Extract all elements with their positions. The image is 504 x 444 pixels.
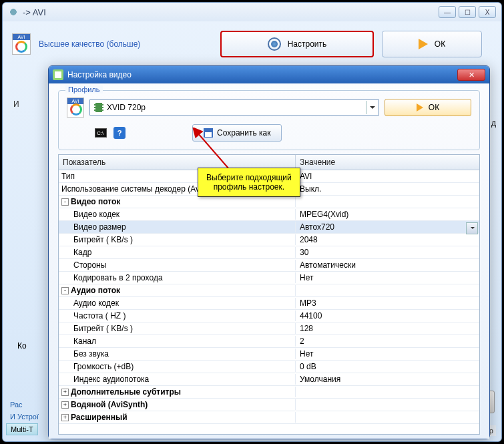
table-row[interactable]: +Расширенный — [59, 411, 479, 424]
minimize-button[interactable]: — — [439, 6, 456, 18]
row-value: Нет — [296, 349, 479, 359]
table-row[interactable]: Битрейт ( KB/s )2048 — [59, 234, 479, 246]
window-title: -> AVI — [23, 7, 439, 17]
annotation-tooltip: Выберите подходящий профиль настроек. — [198, 168, 300, 197]
row-key: Кадр — [73, 248, 91, 257]
grid-body[interactable]: ТипAVIИспользование системы декодер (Avi… — [59, 170, 479, 434]
row-key: Кодировать в 2 прохода — [73, 273, 163, 282]
configure-button-label: Настроить — [288, 39, 327, 49]
row-key: Канал — [73, 337, 96, 346]
background-left-fragments: И — [13, 99, 49, 149]
table-row[interactable]: Канал2 — [59, 335, 479, 348]
row-value — [296, 417, 479, 418]
film-icon — [94, 103, 103, 112]
row-key: Битрейт ( KB/s ) — [73, 324, 133, 333]
row-value: 128 — [296, 323, 479, 334]
row-value: Нет — [296, 272, 479, 283]
row-value: 44100 — [296, 310, 479, 321]
table-row[interactable]: Громкость (+dB)0 dB — [59, 361, 479, 373]
table-row[interactable]: Без звукаНет — [59, 348, 479, 361]
tree-toggle-icon[interactable]: + — [61, 401, 69, 409]
row-key: Стороны — [73, 260, 106, 270]
profile-value: XVID 720p — [107, 103, 146, 112]
row-value: AVI — [296, 171, 479, 182]
row-value: 30 — [296, 247, 479, 258]
row-value: MPEG4(Xvid) — [296, 209, 479, 220]
dialog-ok-label: ОК — [429, 103, 439, 112]
save-as-button[interactable]: Сохранить как — [192, 124, 282, 142]
tree-toggle-icon[interactable]: - — [61, 198, 69, 206]
multi-task-tab[interactable]: Multi-T — [6, 423, 38, 435]
table-row[interactable]: Кодировать в 2 проходаНет — [59, 272, 479, 284]
row-value: MP3 — [296, 298, 479, 308]
dialog-ok-button[interactable]: ОК — [385, 99, 471, 116]
save-as-label: Сохранить как — [217, 128, 270, 138]
close-button[interactable]: X — [479, 6, 496, 18]
configure-button[interactable]: Настроить — [220, 31, 374, 57]
row-key: Битрейт ( KB/s ) — [73, 235, 133, 244]
row-key: Видео размер — [73, 222, 126, 232]
row-value[interactable]: Автох720 — [296, 222, 479, 232]
dialog-title: Настройка видео — [67, 70, 457, 79]
table-row[interactable]: -Аудио поток — [59, 284, 479, 297]
row-value: 2 — [296, 336, 479, 347]
row-value: Умолчания — [296, 374, 479, 385]
row-value: Автоматически — [296, 260, 479, 270]
row-key: Громкость (+dB) — [73, 362, 134, 371]
top-toolbar: Высшее качество (больше) Настроить ОК — [12, 27, 492, 61]
maximize-button[interactable]: ☐ — [459, 6, 476, 18]
main-titlebar: -> AVI — ☐ X — [3, 3, 501, 21]
row-key: Аудио поток — [71, 286, 120, 295]
ok-button-main[interactable]: ОК — [382, 31, 482, 57]
table-row[interactable]: СтороныАвтоматически — [59, 259, 479, 272]
ok-button-label: ОК — [435, 39, 445, 49]
row-key: Видео кодек — [73, 210, 119, 219]
row-key: Индекс аудиопотока — [73, 375, 149, 384]
table-row[interactable]: Видео размерАвтох720 — [59, 221, 479, 234]
floppy-icon — [204, 128, 213, 138]
table-row[interactable]: +Дополнительные субтитры — [59, 386, 479, 399]
table-row[interactable]: Видео кодекMPEG4(Xvid) — [59, 208, 479, 221]
profile-select[interactable]: XVID 720p — [89, 99, 379, 116]
video-settings-dialog: Настройка видео Профиль XVID 720p ОК ? — [48, 65, 490, 439]
row-value: Выкл. — [296, 184, 479, 194]
cmd-icon[interactable] — [95, 128, 107, 138]
profile-legend: Профиль — [65, 85, 103, 93]
table-row[interactable]: Кадр30 — [59, 246, 479, 259]
row-key: Видео поток — [71, 197, 120, 206]
row-value: 0 dB — [296, 361, 479, 372]
tree-toggle-icon[interactable]: + — [61, 389, 69, 396]
devices-tab[interactable]: И Устрої — [6, 411, 43, 423]
dialog-titlebar: Настройка видео — [49, 66, 489, 83]
table-row[interactable]: Индекс аудиопотокаУмолчания — [59, 373, 479, 386]
row-value — [296, 201, 479, 202]
tree-toggle-icon[interactable]: + — [61, 414, 69, 421]
table-row[interactable]: +Водяной (AviSynth) — [59, 399, 479, 411]
column-header-value[interactable]: Значение — [296, 155, 479, 170]
row-key: Тип — [61, 172, 75, 181]
avi-file-icon — [12, 33, 31, 55]
table-row[interactable]: Частота ( HZ )44100 — [59, 310, 479, 322]
quality-label: Высшее качество (больше) — [39, 39, 140, 49]
gear-icon — [268, 37, 281, 51]
table-row[interactable]: Аудио кодекMP3 — [59, 297, 479, 310]
row-key: Расширенный — [71, 413, 128, 422]
help-icon[interactable]: ? — [113, 127, 125, 139]
row-value — [296, 391, 479, 393]
avi-file-icon — [67, 97, 84, 118]
table-row[interactable]: Битрейт ( KB/s )128 — [59, 322, 479, 335]
dropdown-arrow-icon[interactable] — [366, 101, 378, 114]
bg-fragment: Ко — [17, 341, 27, 351]
arrow-right-icon — [417, 103, 423, 112]
table-row[interactable]: -Видео поток — [59, 196, 479, 208]
row-key: Частота ( HZ ) — [73, 311, 125, 320]
app-icon — [8, 7, 19, 17]
dialog-close-button[interactable] — [457, 69, 485, 81]
row-value — [296, 404, 479, 405]
row-value — [296, 290, 479, 291]
row-key: Без звука — [73, 349, 109, 359]
row-key: Аудио кодек — [73, 298, 119, 308]
arrow-right-icon — [419, 39, 428, 49]
dialog-icon — [53, 69, 63, 80]
tree-toggle-icon[interactable]: - — [61, 287, 69, 294]
